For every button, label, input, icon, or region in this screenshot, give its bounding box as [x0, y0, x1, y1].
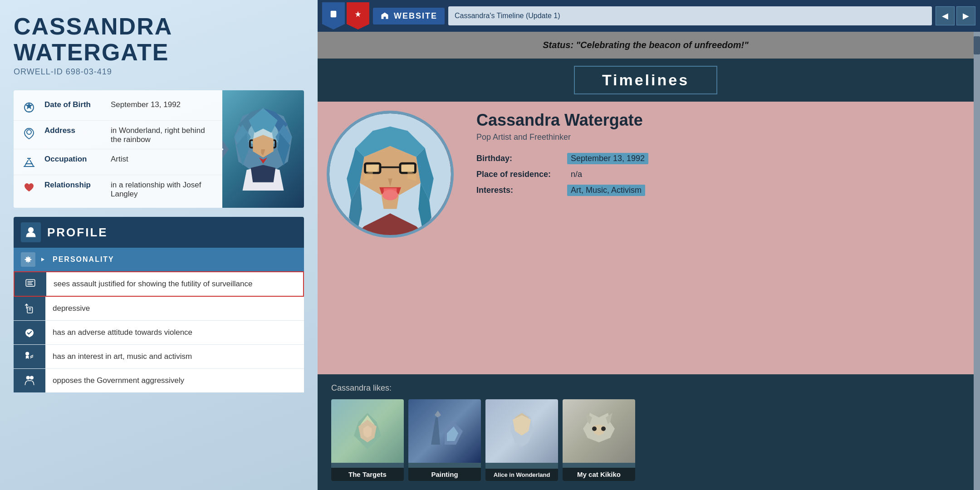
- svg-point-33: [26, 376, 30, 380]
- timelines-header: Timelines: [318, 59, 974, 102]
- svg-marker-61: [435, 411, 441, 417]
- occupation-value: Artist: [111, 154, 215, 164]
- address-label: Address: [44, 125, 103, 135]
- relationship-value: in a relationship with Josef Langley: [111, 180, 215, 199]
- relationship-row: Relationship in a relationship with Jose…: [14, 175, 222, 203]
- trait-item-3[interactable]: has an interest in art, music and activi…: [14, 345, 304, 369]
- relationship-icon: [21, 180, 37, 196]
- subject-name: CASSANDRA WATERGATE: [14, 14, 304, 65]
- status-text: Status: "Celebrating the beacon of unfre…: [543, 40, 748, 50]
- interests-value: Art, Music, Activism: [567, 185, 645, 196]
- trait-icon-0: [15, 272, 46, 296]
- like-card-cat[interactable]: My cat Kikiko: [563, 399, 635, 481]
- painting-image: [408, 399, 481, 463]
- targets-label: The Targets: [331, 468, 404, 481]
- trait-text-0: sees assault justified for showing the f…: [46, 275, 303, 293]
- svg-point-3: [27, 130, 31, 134]
- bookmark-tab[interactable]: [322, 2, 345, 29]
- gear-icon: [21, 252, 35, 267]
- cat-label: My cat Kikiko: [563, 468, 635, 481]
- profile-header: PROFILE: [14, 217, 304, 248]
- occupation-row: Occupation Artist: [14, 149, 222, 175]
- profile-details: Cassandra Watergate Pop Artist and Freet…: [463, 102, 974, 374]
- svg-marker-22: [251, 165, 276, 182]
- profile-subtitle-web: Pop Artist and Freethinker: [476, 132, 960, 142]
- profile-icon-box: [21, 222, 41, 242]
- address-value: in Wonderland, right behind the rainbow: [111, 125, 215, 144]
- svg-point-53: [382, 190, 398, 200]
- nav-forward-button[interactable]: ▶: [956, 6, 975, 25]
- trait-icon-3: [14, 345, 45, 368]
- like-card-targets[interactable]: The Targets: [331, 399, 404, 481]
- cat-image: [563, 399, 635, 463]
- svg-point-34: [30, 376, 34, 380]
- trait-text-3: has an interest in art, music and activi…: [45, 348, 304, 366]
- svg-point-23: [28, 227, 34, 233]
- birthday-key: Birthday:: [476, 154, 567, 163]
- trait-icon-1: [14, 297, 45, 320]
- scrollbar-thumb[interactable]: [974, 36, 980, 54]
- timelines-title: Timelines: [574, 66, 717, 94]
- trait-icon-4: [14, 369, 45, 392]
- svg-point-71: [592, 426, 597, 431]
- residence-row: Place of residence: n/a: [476, 169, 960, 180]
- personality-label: PERSONALITY: [53, 255, 114, 264]
- trait-item-2[interactable]: has an adverse attitude towards violence: [14, 321, 304, 345]
- website-content: Status: "Celebrating the beacon of unfre…: [318, 32, 974, 490]
- trait-list: sees assault justified for showing the f…: [14, 271, 304, 392]
- address-row: Address in Wonderland, right behind the …: [14, 121, 222, 149]
- nav-back-button[interactable]: ◀: [936, 6, 955, 25]
- occupation-icon: [21, 154, 37, 170]
- trait-item-4[interactable]: opposes the Government aggressively: [14, 369, 304, 392]
- likes-label: Cassandra likes:: [331, 383, 960, 393]
- website-label-text: WEBSITE: [394, 11, 437, 21]
- svg-point-32: [25, 352, 29, 356]
- residence-value: n/a: [567, 169, 586, 180]
- profile-avatar: [327, 111, 454, 238]
- left-panel: CASSANDRA WATERGATE ORWELL-ID 698-03-419…: [0, 0, 318, 490]
- url-bar[interactable]: Cassandra's Timeline (Update 1): [448, 6, 932, 25]
- like-card-painting[interactable]: Painting: [408, 399, 481, 481]
- birthday-value: September 13, 1992: [567, 153, 648, 164]
- browser-bar: WEBSITE Cassandra's Timeline (Update 1) …: [318, 0, 980, 32]
- trait-text-2: has an adverse attitude towards violence: [45, 323, 304, 342]
- profile-avatar-area: [318, 102, 463, 374]
- website-button[interactable]: WEBSITE: [373, 8, 445, 24]
- alice-image: [485, 399, 558, 463]
- trait-text-1: depressive: [45, 299, 304, 318]
- status-bar: Status: "Celebrating the beacon of unfre…: [318, 32, 974, 59]
- trait-icon-2: [14, 321, 45, 344]
- trait-item-0[interactable]: sees assault justified for showing the f…: [14, 271, 304, 297]
- dob-row: Date of Birth September 13, 1992: [14, 95, 222, 121]
- alice-label: Alice in Wonderland: [485, 469, 558, 481]
- trait-item-1[interactable]: depressive: [14, 297, 304, 321]
- right-panel: WEBSITE Cassandra's Timeline (Update 1) …: [318, 0, 980, 490]
- likes-grid: The Targets Painting: [331, 399, 960, 481]
- like-card-alice[interactable]: Alice in Wonderland: [485, 399, 558, 481]
- residence-key: Place of residence:: [476, 170, 567, 179]
- url-text: Cassandra's Timeline (Update 1): [455, 12, 560, 20]
- dob-icon: [21, 99, 37, 116]
- scrollbar[interactable]: [974, 32, 980, 490]
- subject-id: ORWELL-ID 698-03-419: [14, 67, 304, 77]
- personality-header[interactable]: PERSONALITY: [14, 248, 304, 271]
- profile-content-area: Cassandra Watergate Pop Artist and Freet…: [318, 102, 974, 374]
- info-rows: Date of Birth September 13, 1992 Address…: [14, 90, 222, 208]
- avatar-portrait: [329, 113, 451, 235]
- birthday-row: Birthday: September 13, 1992: [476, 153, 960, 164]
- painting-label: Painting: [408, 468, 481, 481]
- subject-header: CASSANDRA WATERGATE ORWELL-ID 698-03-419: [14, 14, 304, 81]
- svg-point-72: [601, 426, 606, 431]
- profile-name-web: Cassandra Watergate: [476, 111, 960, 130]
- likes-section: Cassandra likes:: [318, 374, 974, 490]
- profile-section: PROFILE PERSONALITY: [14, 217, 304, 481]
- interests-row: Interests: Art, Music, Activism: [476, 185, 960, 196]
- subject-photo: [222, 90, 304, 208]
- dob-value: September 13, 1992: [111, 99, 215, 109]
- svg-rect-35: [331, 11, 337, 17]
- profile-title: PROFILE: [47, 225, 108, 240]
- nav-arrows: ◀ ▶: [936, 6, 975, 25]
- svg-marker-60: [431, 417, 440, 445]
- flag-tab[interactable]: [347, 2, 369, 29]
- interests-key: Interests:: [476, 186, 567, 195]
